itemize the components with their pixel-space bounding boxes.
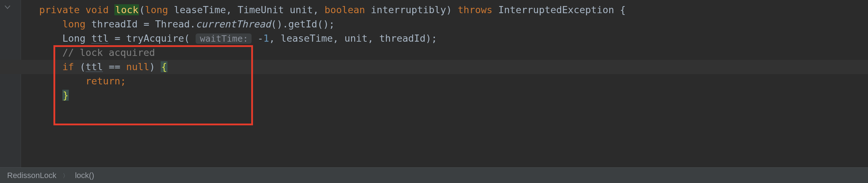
inlay-hint: waitTime: [196, 33, 252, 44]
param: leaseTime [174, 4, 226, 15]
argument: threadId [379, 33, 425, 44]
code-line[interactable]: if (ttl == null) { [0, 60, 868, 74]
keyword: void [86, 4, 109, 15]
method-call: getId [288, 19, 317, 30]
param: unit [290, 4, 313, 15]
code-line[interactable]: // lock acquired [0, 46, 868, 60]
chevron-right-icon: 〉 [58, 173, 73, 179]
argument: unit [345, 33, 368, 44]
keyword: long [62, 19, 86, 30]
number: 1 [263, 33, 269, 44]
type: Long [62, 33, 86, 44]
keyword: return [86, 75, 120, 87]
code-line[interactable]: return; [0, 74, 868, 88]
type: TimeUnit [238, 4, 284, 15]
code-line[interactable]: long threadId = Thread.currentThread().g… [0, 17, 868, 31]
argument: leaseTime [281, 33, 333, 44]
class: Thread [155, 19, 190, 30]
breadcrumb-bar[interactable]: RedissonLock 〉 lock() [0, 167, 868, 183]
type: InterruptedException [498, 4, 614, 15]
brace-open: { [161, 61, 167, 72]
breadcrumb-item[interactable]: RedissonLock [7, 171, 56, 180]
code-line[interactable]: private void lock(long leaseTime, TimeUn… [0, 3, 868, 17]
brace-close: } [62, 90, 69, 101]
variable: threadId [91, 19, 138, 30]
method-call: tryAcquire [126, 33, 184, 44]
keyword: boolean [325, 4, 365, 15]
keyword: throws [458, 4, 493, 15]
variable: ttl [91, 33, 109, 44]
variable: ttl [86, 61, 103, 72]
keyword: long [145, 4, 168, 15]
param: interruptibly [371, 4, 446, 15]
method-name: lock [114, 4, 139, 15]
breadcrumb-item[interactable]: lock() [75, 171, 94, 180]
keyword: null [126, 61, 149, 72]
keyword: private [39, 4, 80, 15]
code-editor[interactable]: private void lock(long leaseTime, TimeUn… [0, 0, 868, 167]
code-line[interactable]: Long ttl = tryAcquire( waitTime: -1, lea… [0, 31, 868, 46]
comment: // lock acquired [62, 47, 155, 58]
keyword: if [62, 61, 74, 72]
method-call: currentThread [196, 19, 271, 30]
punct: ( [139, 4, 145, 15]
code-line[interactable]: } [0, 88, 868, 103]
